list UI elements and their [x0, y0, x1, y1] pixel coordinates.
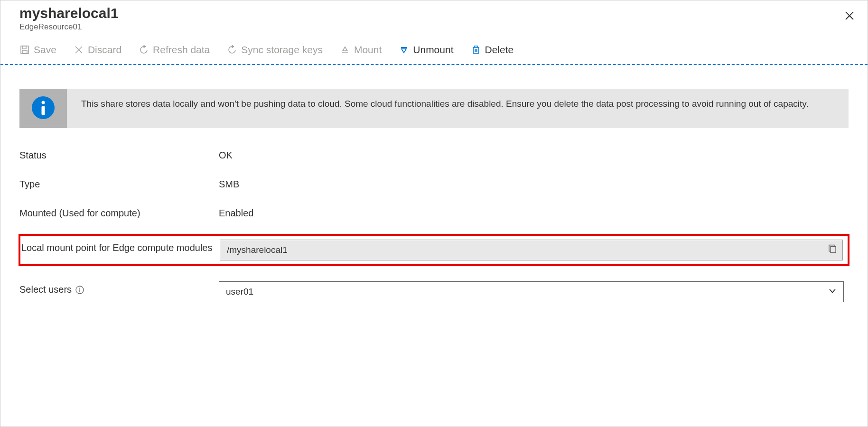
chevron-down-icon: [828, 287, 837, 297]
info-icon-wrap: [19, 89, 67, 128]
info-icon: [31, 95, 56, 121]
mount-icon: [340, 45, 350, 55]
content: This share stores data locally and won't…: [0, 65, 868, 321]
unmount-label: Unmount: [413, 44, 453, 56]
status-label: Status: [19, 147, 219, 161]
mount-button: Mount: [340, 44, 382, 56]
header: mysharelocal1 EdgeResource01: [0, 0, 868, 36]
mountpoint-input[interactable]: /mysharelocal1: [220, 240, 843, 260]
sync-label: Sync storage keys: [241, 44, 323, 56]
info-banner: This share stores data locally and won't…: [19, 89, 849, 128]
type-row: Type SMB: [19, 176, 849, 190]
mount-label: Mount: [354, 44, 382, 56]
mountpoint-row: Local mount point for Edge compute modul…: [19, 234, 849, 266]
users-value: user01: [226, 287, 253, 297]
svg-point-8: [42, 101, 45, 104]
delete-icon: [471, 45, 481, 55]
form-rows: Status OK Type SMB Mounted (Used for com…: [19, 147, 849, 302]
page-title: mysharelocal1: [19, 5, 849, 21]
svg-rect-13: [79, 289, 80, 292]
discard-button: Discard: [74, 44, 121, 56]
svg-rect-4: [22, 50, 27, 54]
svg-rect-10: [831, 247, 836, 253]
users-label-wrap: Select users: [19, 281, 219, 295]
info-tooltip-icon[interactable]: [75, 286, 84, 294]
unmount-button[interactable]: Unmount: [399, 44, 453, 56]
unmount-icon: [399, 45, 409, 55]
mountpoint-value: /mysharelocal1: [227, 245, 288, 255]
delete-button[interactable]: Delete: [471, 44, 514, 56]
status-row: Status OK: [19, 147, 849, 161]
svg-point-12: [79, 288, 80, 288]
save-label: Save: [34, 44, 56, 56]
type-label: Type: [19, 176, 219, 190]
copy-button[interactable]: [828, 244, 837, 256]
page-subtitle: EdgeResource01: [19, 22, 849, 32]
refresh-label: Refresh data: [153, 44, 210, 56]
sync-button: Sync storage keys: [227, 44, 323, 56]
mounted-value: Enabled: [219, 205, 849, 219]
mounted-row: Mounted (Used for compute) Enabled: [19, 205, 849, 219]
mountpoint-label: Local mount point for Edge compute modul…: [20, 240, 220, 253]
delete-label: Delete: [485, 44, 514, 56]
close-button[interactable]: [843, 9, 856, 22]
close-icon: [844, 10, 855, 21]
save-icon: [19, 45, 30, 55]
status-value: OK: [219, 147, 849, 161]
type-value: SMB: [219, 176, 849, 190]
svg-rect-3: [22, 46, 26, 49]
sync-icon: [227, 45, 237, 55]
save-button: Save: [19, 44, 56, 56]
refresh-icon: [139, 45, 149, 55]
svg-rect-9: [42, 106, 45, 115]
discard-label: Discard: [88, 44, 121, 56]
users-row: Select users user01: [19, 281, 849, 302]
refresh-button: Refresh data: [139, 44, 210, 56]
discard-icon: [74, 45, 84, 55]
mounted-label: Mounted (Used for compute): [19, 205, 219, 219]
users-select[interactable]: user01: [219, 281, 844, 302]
info-banner-text: This share stores data locally and won't…: [67, 89, 823, 128]
users-label: Select users: [19, 284, 72, 295]
toolbar: Save Discard Refresh data Sync storage k…: [0, 36, 868, 65]
